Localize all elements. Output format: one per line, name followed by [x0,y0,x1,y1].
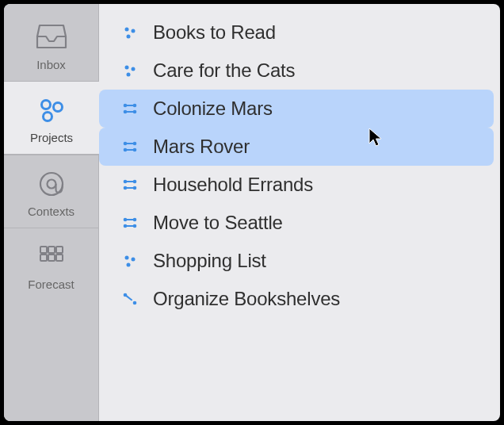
svg-point-42 [132,258,136,262]
app-window: Inbox Projects Contexts [4,4,500,421]
list-item-label: Colonize Mars [153,98,273,120]
inbox-icon [34,23,69,52]
parallel-project-icon [121,214,139,232]
svg-point-3 [40,173,63,195]
list-item[interactable]: Move to Seattle [99,204,494,242]
svg-point-26 [124,148,128,152]
svg-point-12 [132,29,136,33]
list-item[interactable]: Mars Rover [99,128,494,166]
svg-rect-28 [127,149,133,151]
contexts-icon [34,170,69,198]
nav-forecast[interactable]: Forecast [4,228,98,301]
parallel-project-icon [121,100,139,117]
list-item-label: Shopping List [153,250,266,272]
svg-rect-5 [40,247,47,253]
svg-point-16 [127,73,131,77]
svg-point-21 [133,110,137,114]
svg-rect-34 [127,187,133,189]
list-item[interactable]: Shopping List [99,242,494,280]
svg-point-27 [133,148,137,152]
svg-point-11 [125,28,129,32]
svg-point-4 [47,180,55,189]
parallel-project-icon [121,176,139,193]
single-actions-icon [121,62,139,79]
svg-point-13 [127,35,131,39]
sequential-project-icon [121,290,139,308]
nav-label-forecast: Forecast [28,278,74,291]
svg-rect-40 [127,225,133,227]
list-item-label: Mars Rover [153,136,250,158]
svg-point-17 [124,104,128,108]
svg-point-0 [42,101,51,109]
nav-label-contexts: Contexts [28,205,74,218]
svg-point-15 [132,67,136,71]
svg-point-41 [125,256,129,260]
svg-point-33 [133,186,137,190]
svg-rect-31 [127,181,133,182]
svg-point-18 [133,104,137,108]
svg-point-46 [133,301,137,305]
svg-rect-9 [48,255,55,261]
svg-rect-10 [56,255,63,261]
svg-rect-19 [127,105,133,106]
nav-inbox[interactable]: Inbox [4,9,98,81]
svg-point-39 [133,224,137,228]
svg-point-43 [127,263,131,267]
svg-rect-45 [125,295,132,301]
svg-rect-6 [48,247,55,253]
list-item-label: Books to Read [153,21,276,44]
project-list: Books to Read Care for the Cats [99,4,500,421]
svg-point-14 [125,66,129,70]
svg-rect-8 [40,255,47,261]
list-item-label: Care for the Cats [153,59,295,82]
list-item-label: Move to Seattle [153,212,283,234]
svg-point-20 [124,110,128,114]
single-actions-icon [121,24,139,41]
list-item-label: Household Errands [153,174,313,196]
list-item[interactable]: Household Errands [99,166,494,204]
list-item-label: Organize Bookshelves [153,288,340,310]
projects-icon [34,96,69,124]
nav-projects[interactable]: Projects [4,81,99,155]
svg-point-24 [133,142,137,146]
svg-point-35 [124,218,128,222]
svg-rect-22 [127,111,133,113]
svg-point-23 [124,142,128,146]
svg-rect-25 [127,143,133,144]
svg-point-38 [124,224,128,228]
list-item[interactable]: Organize Bookshelves [99,280,494,318]
list-item[interactable]: Books to Read [99,13,494,52]
parallel-project-icon [121,138,139,155]
svg-point-2 [44,113,52,121]
svg-point-36 [133,218,137,222]
left-nav: Inbox Projects Contexts [4,4,99,421]
svg-rect-7 [56,247,63,253]
svg-point-30 [133,180,137,184]
list-item[interactable]: Colonize Mars [99,90,494,128]
svg-point-32 [124,186,128,190]
list-item[interactable]: Care for the Cats [99,52,494,90]
single-actions-icon [121,252,139,270]
nav-label-inbox: Inbox [36,58,66,71]
svg-rect-37 [127,219,133,220]
svg-point-1 [54,103,63,112]
nav-label-projects: Projects [30,131,73,144]
forecast-icon [34,243,69,271]
svg-point-29 [124,180,128,184]
nav-contexts[interactable]: Contexts [4,155,98,228]
